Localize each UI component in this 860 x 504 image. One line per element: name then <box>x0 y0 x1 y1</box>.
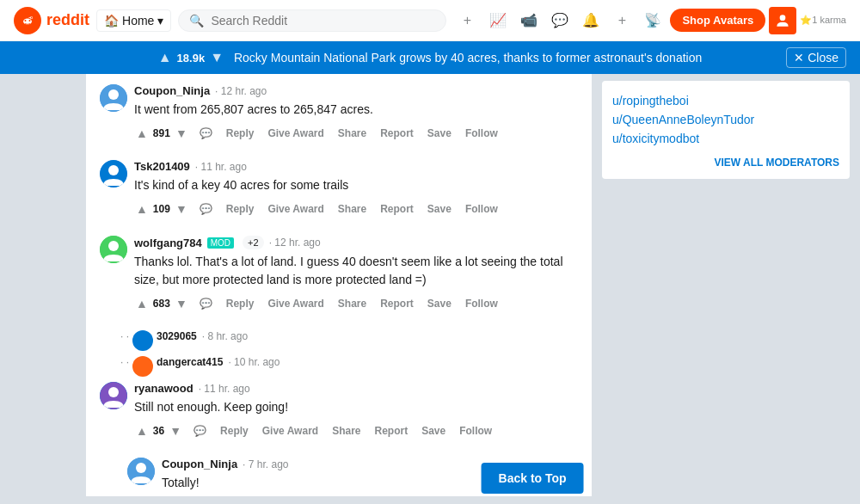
follow-button-1[interactable]: Follow <box>462 124 501 143</box>
save-button-4[interactable]: Save <box>418 421 449 440</box>
reply-button-3[interactable]: Reply <box>223 294 258 313</box>
chat-icon[interactable]: 💬 <box>546 7 574 34</box>
home-button[interactable]: 🏠 Home ▾ <box>96 9 171 32</box>
nested-author-dangercat415[interactable]: dangercat415 <box>157 356 223 368</box>
user-info: ⭐1 karma <box>800 15 846 26</box>
avatar-wolfgang784 <box>100 236 127 263</box>
comment-bubble-icon: 💬 <box>200 127 212 139</box>
reddit-logo[interactable]: reddit <box>14 7 89 34</box>
nested-content-3029065: 3029065 · 8 hr. ago <box>157 330 578 342</box>
bell-icon[interactable]: 🔔 <box>577 7 605 34</box>
comment-tsk201409: Tsk201409 · 11 hr. ago It's kind of a ke… <box>100 160 578 225</box>
user-menu-button[interactable]: ⭐1 karma <box>769 7 846 34</box>
svg-point-2 <box>25 20 27 22</box>
nested-author-3029065[interactable]: 3029065 <box>157 330 197 342</box>
give-award-button-2[interactable]: Give Award <box>264 200 327 218</box>
comment-coupon-ninja-1: Coupon_Ninja · 12 hr. ago It went from 2… <box>100 84 578 150</box>
shop-avatars-button[interactable]: Shop Avatars <box>670 9 765 32</box>
close-icon: ✕ <box>794 51 804 65</box>
vote-count-2: 109 <box>153 203 170 215</box>
video-icon[interactable]: 📹 <box>515 7 543 34</box>
downvote-button-3[interactable]: ▼ <box>174 295 189 312</box>
mod-badge-3: MOD <box>207 237 234 249</box>
report-button-3[interactable]: Report <box>377 294 417 313</box>
downvote-icon[interactable]: ▼ <box>210 50 224 65</box>
plus-icon[interactable]: + <box>608 7 636 34</box>
header-icons: + 📈 📹 💬 🔔 + 📡 Shop Avatars ⭐1 karma <box>453 7 846 34</box>
reply-button-4[interactable]: Reply <box>217 421 252 440</box>
thread-prefix-2: · · <box>120 356 129 368</box>
mod-link-3[interactable]: u/toxicitymodbot <box>612 129 839 148</box>
search-input[interactable] <box>211 14 435 28</box>
avatar-coupon-ninja-reply <box>127 458 155 485</box>
report-button-1[interactable]: Report <box>377 124 417 143</box>
avatar-ryanawood <box>100 382 127 409</box>
comment-bubble-2[interactable]: 💬 <box>196 200 216 218</box>
comment-bubble-3[interactable]: 💬 <box>196 294 216 313</box>
vote-section-3: ▲ 683 ▼ <box>134 295 189 312</box>
report-button-2[interactable]: Report <box>377 200 417 218</box>
give-award-button-4[interactable]: Give Award <box>259 421 322 440</box>
nested-meta-3029065: 3029065 · 8 hr. ago <box>157 330 578 342</box>
downvote-button-4[interactable]: ▼ <box>168 422 183 439</box>
close-button[interactable]: ✕ Close <box>786 47 846 68</box>
comments-section: Coupon_Ninja · 12 hr. ago It went from 2… <box>86 74 592 496</box>
mod-link-2[interactable]: u/QueenAnneBoleynTudor <box>612 110 839 129</box>
comment-bubble-4[interactable]: 💬 <box>190 421 210 440</box>
save-button-1[interactable]: Save <box>424 124 455 143</box>
share-button-4[interactable]: Share <box>329 421 364 440</box>
share-button-1[interactable]: Share <box>335 124 370 143</box>
comment-text-2: It's kind of a key 40 acres for some tra… <box>134 176 578 194</box>
upvote-icon[interactable]: ▲ <box>158 50 172 65</box>
follow-button-4[interactable]: Follow <box>456 421 495 440</box>
add-post-icon[interactable]: + <box>453 7 481 34</box>
upvote-button-2[interactable]: ▲ <box>134 200 150 218</box>
nested-time-3029065: · 8 hr. ago <box>202 330 248 342</box>
view-all-moderators-link[interactable]: VIEW ALL MODERATORS <box>612 157 839 169</box>
save-button-3[interactable]: Save <box>424 294 455 313</box>
comment-meta-3: wolfgang784 MOD +2 · 12 hr. ago <box>134 236 578 249</box>
upvote-button-3[interactable]: ▲ <box>134 295 150 312</box>
downvote-button-2[interactable]: ▼ <box>174 200 189 218</box>
comment-icon-1[interactable]: 💬 <box>196 124 216 143</box>
follow-button-2[interactable]: Follow <box>462 200 501 218</box>
upvote-button-4[interactable]: ▲ <box>134 422 150 439</box>
back-to-top-button[interactable]: Back to Top <box>482 463 584 494</box>
comment-time-coupon-reply: · 7 hr. ago <box>243 458 288 470</box>
save-button-2[interactable]: Save <box>424 200 455 218</box>
share-button-2[interactable]: Share <box>335 200 370 218</box>
comment-body-4: ryanawood · 11 hr. ago Still not enough.… <box>134 382 578 440</box>
header: reddit 🏠 Home ▾ 🔍 + 📈 📹 💬 🔔 + 📡 Shop Ava… <box>0 0 860 41</box>
vote-section: ▲ 18.9k ▼ <box>158 50 224 65</box>
comment-meta-4: ryanawood · 11 hr. ago <box>134 382 578 395</box>
comment-author-2[interactable]: Tsk201409 <box>134 160 190 173</box>
reply-button-2[interactable]: Reply <box>223 200 258 218</box>
vote-section-1: ▲ 891 ▼ <box>134 125 189 142</box>
chart-icon[interactable]: 📈 <box>484 7 512 34</box>
svg-point-9 <box>108 89 119 100</box>
search-bar[interactable]: 🔍 <box>178 9 446 32</box>
vote-section-2: ▲ 109 ▼ <box>134 200 189 218</box>
comment-author-3[interactable]: wolfgang784 <box>134 237 202 249</box>
downvote-button-1[interactable]: ▼ <box>174 125 189 142</box>
follow-button-3[interactable]: Follow <box>462 294 501 313</box>
comment-author-1[interactable]: Coupon_Ninja <box>134 84 210 97</box>
share-button-3[interactable]: Share <box>335 294 370 313</box>
give-award-button-3[interactable]: Give Award <box>264 294 327 313</box>
award-badge-3: +2 <box>243 236 264 249</box>
broadcast-icon[interactable]: 📡 <box>639 7 666 34</box>
avatar-coupon-ninja-1 <box>100 84 127 112</box>
comment-meta-1: Coupon_Ninja · 12 hr. ago <box>134 84 578 97</box>
mod-link-1[interactable]: u/ropingtheboi <box>612 91 839 110</box>
vote-count-3: 683 <box>153 298 170 310</box>
report-button-4[interactable]: Report <box>372 421 412 440</box>
upvote-button-1[interactable]: ▲ <box>134 125 150 142</box>
comment-author-4[interactable]: ryanawood <box>134 382 194 395</box>
svg-point-15 <box>108 387 119 397</box>
svg-point-3 <box>29 20 31 22</box>
give-award-button-1[interactable]: Give Award <box>264 124 327 143</box>
reply-button-1[interactable]: Reply <box>223 124 258 143</box>
announcement-text: Rocky Mountain National Park grows by 40… <box>234 51 702 65</box>
comment-author-coupon-reply[interactable]: Coupon_Ninja <box>162 458 237 470</box>
nested-meta-dangercat415: dangercat415 · 10 hr. ago <box>157 356 578 368</box>
